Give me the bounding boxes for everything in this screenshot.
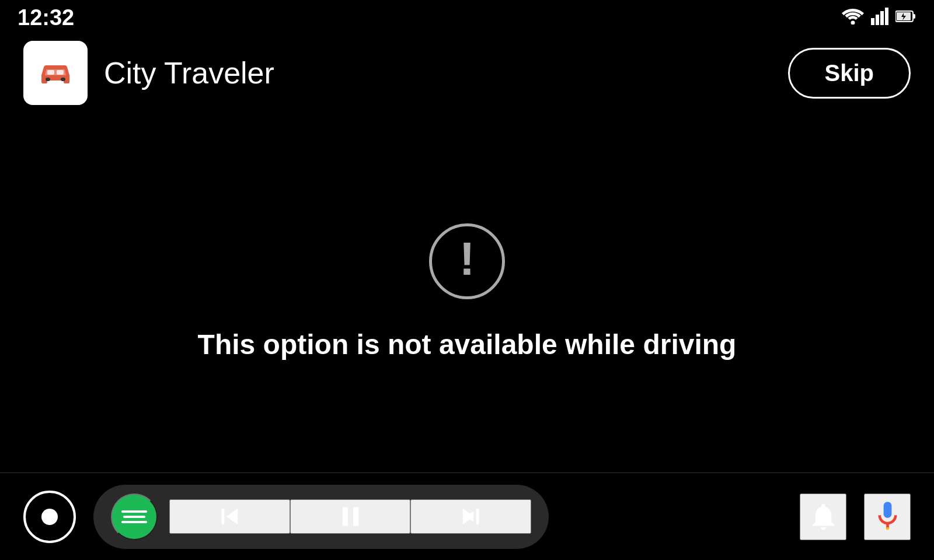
status-bar: 12:32 [0,0,934,35]
status-icons [842,8,916,27]
pause-icon [334,501,367,533]
main-content: ! This option is not available while dri… [0,111,934,473]
error-icon: ! [429,223,505,299]
battery-icon [895,10,916,25]
prev-button[interactable] [169,499,290,534]
error-message: This option is not available while drivi… [198,328,737,360]
signal-icon [871,8,888,27]
svg-rect-10 [61,78,65,81]
app-icon [23,41,88,105]
svg-rect-6 [913,14,915,19]
next-button[interactable] [410,499,531,534]
svg-rect-1 [871,18,874,25]
svg-point-13 [886,527,889,530]
microphone-icon [872,501,904,533]
bell-icon [807,501,839,533]
skip-button[interactable]: Skip [788,48,911,99]
svg-rect-4 [885,8,888,25]
spotify-icon [121,510,147,523]
app-title: City Traveler [104,55,274,90]
home-button-dot [41,509,58,525]
next-icon [455,501,487,533]
svg-rect-9 [46,78,50,81]
svg-point-0 [851,21,855,25]
car-icon [34,52,76,94]
bottom-bar [0,473,934,560]
voice-button[interactable] [864,494,911,540]
time-display: 12:32 [18,5,74,30]
spotify-button[interactable] [111,494,158,540]
header: City Traveler Skip [0,35,934,111]
right-controls [800,494,911,540]
home-button[interactable] [23,491,76,543]
wifi-icon [842,8,864,27]
svg-rect-11 [47,70,54,75]
media-controls [93,485,549,549]
pause-button[interactable] [290,499,411,534]
prev-icon [214,501,246,533]
svg-rect-2 [876,15,879,25]
svg-rect-12 [57,70,64,75]
exclamation-icon: ! [459,236,475,287]
app-info: City Traveler [23,41,274,105]
notification-button[interactable] [800,494,846,540]
svg-rect-3 [880,11,884,25]
